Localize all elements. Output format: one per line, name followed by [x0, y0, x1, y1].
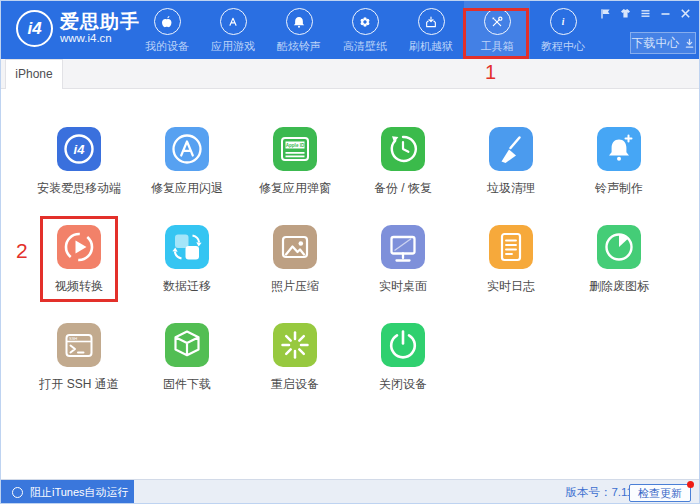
- tool-label: 修复应用弹窗: [259, 180, 331, 197]
- svg-text:i4: i4: [74, 142, 86, 157]
- nav-label: 高清壁纸: [332, 39, 398, 54]
- tool-junk-clean[interactable]: 垃圾清理: [457, 127, 565, 225]
- tool-backup-restore[interactable]: 备份 / 恢复: [349, 127, 457, 225]
- main-nav: 我的设备 应用游戏 酷炫铃声 高清壁纸: [134, 1, 596, 59]
- tab-iphone[interactable]: iPhone: [5, 59, 63, 89]
- tool-label: 关闭设备: [379, 376, 427, 393]
- tool-shutdown-device[interactable]: 关闭设备: [349, 323, 457, 421]
- apple-icon: [154, 8, 181, 35]
- video-play-icon: [57, 225, 101, 269]
- tab-bar: iPhone: [1, 59, 699, 89]
- tool-label: 备份 / 恢复: [374, 180, 432, 197]
- app-title: 爱思助手: [60, 12, 140, 32]
- tool-install-i4-mobile[interactable]: i4 安装爱思移动端: [25, 127, 133, 225]
- tool-ringtone-maker[interactable]: 铃声制作: [565, 127, 673, 225]
- update-notification-dot: [687, 481, 694, 488]
- nav-item-my-devices[interactable]: 我的设备: [134, 1, 200, 59]
- photo-icon: [273, 225, 317, 269]
- tool-label: 删除废图标: [589, 278, 649, 295]
- nav-item-apps-games[interactable]: 应用游戏: [200, 1, 266, 59]
- close-icon[interactable]: [680, 8, 691, 19]
- tool-fix-app-popup[interactable]: Apple ID 修复应用弹窗: [241, 127, 349, 225]
- nav-item-wallpapers[interactable]: 高清壁纸: [332, 1, 398, 59]
- app-url: www.i4.cn: [60, 32, 140, 45]
- tool-label: 修复应用闪退: [151, 180, 223, 197]
- appstore-repair-icon: [165, 127, 209, 171]
- tool-label: 视频转换: [55, 278, 103, 295]
- nav-label: 我的设备: [134, 39, 200, 54]
- bell-plus-icon: [597, 127, 641, 171]
- tool-photo-compress[interactable]: 照片压缩: [241, 225, 349, 323]
- download-center-label: 下载中心: [632, 35, 680, 52]
- feedback-flag-icon[interactable]: [600, 8, 611, 19]
- radio-circle-icon: [12, 487, 23, 498]
- download-icon: [684, 38, 695, 49]
- apple-id-card-icon: Apple ID: [273, 127, 317, 171]
- block-itunes-button[interactable]: 阻止iTunes自动运行: [1, 480, 134, 504]
- version-label: 版本号：7.11: [565, 480, 633, 504]
- tool-delete-waste-icons[interactable]: 删除废图标: [565, 225, 673, 323]
- ssh-terminal-icon: SSH: [57, 323, 101, 367]
- nav-item-tutorials[interactable]: i 教程中心: [530, 1, 596, 59]
- tool-label: 安装爱思移动端: [37, 180, 121, 197]
- monitor-icon: [381, 225, 425, 269]
- tool-label: 数据迁移: [163, 278, 211, 295]
- header-bar: i4 爱思助手 www.i4.cn 我的设备 应用游戏: [1, 1, 699, 59]
- toolbox-icon: [484, 8, 511, 35]
- data-transfer-icon: [165, 225, 209, 269]
- logo-mark: i4: [27, 19, 41, 39]
- svg-text:Apple ID: Apple ID: [286, 143, 305, 148]
- toolbox-panel: i4 安装爱思移动端 修复应用闪退 Apple ID 修复应用弹窗: [1, 89, 699, 479]
- block-itunes-label: 阻止iTunes自动运行: [30, 485, 129, 500]
- nav-label: 酷炫铃声: [266, 39, 332, 54]
- tool-label: 照片压缩: [271, 278, 319, 295]
- restart-spinner-icon: [273, 323, 317, 367]
- broom-icon: [489, 127, 533, 171]
- download-center-button[interactable]: 下载中心: [630, 32, 696, 54]
- tool-live-desktop[interactable]: 实时桌面: [349, 225, 457, 323]
- nav-label: 工具箱: [464, 39, 530, 54]
- wallpaper-flower-icon: [352, 8, 379, 35]
- tool-label: 垃圾清理: [487, 180, 535, 197]
- power-off-icon: [381, 323, 425, 367]
- check-update-button[interactable]: 检查更新: [629, 484, 691, 502]
- window-controls: [600, 7, 691, 19]
- nav-label: 教程中心: [530, 39, 596, 54]
- firmware-cube-icon: [165, 323, 209, 367]
- ringtone-bell-icon: [286, 8, 313, 35]
- backup-restore-icon: [381, 127, 425, 171]
- tool-label: 重启设备: [271, 376, 319, 393]
- tool-label: 铃声制作: [595, 180, 643, 197]
- log-document-icon: [489, 225, 533, 269]
- tool-label: 实时桌面: [379, 278, 427, 295]
- tool-firmware-download[interactable]: 固件下载: [133, 323, 241, 421]
- nav-label: 刷机越狱: [398, 39, 464, 54]
- tutorial-info-icon: i: [550, 8, 577, 35]
- nav-label: 应用游戏: [200, 39, 266, 54]
- minimize-icon[interactable]: [660, 8, 671, 19]
- tool-open-ssh[interactable]: SSH 打开 SSH 通道: [25, 323, 133, 421]
- tool-data-migration[interactable]: 数据迁移: [133, 225, 241, 323]
- tool-fix-app-crash[interactable]: 修复应用闪退: [133, 127, 241, 225]
- main-menu-icon[interactable]: [640, 8, 651, 19]
- i4tools-window: i4 爱思助手 www.i4.cn 我的设备 应用游戏: [0, 0, 700, 504]
- app-logo: i4 爱思助手 www.i4.cn: [16, 10, 140, 47]
- svg-text:SSH: SSH: [69, 336, 77, 341]
- tool-label: 打开 SSH 通道: [39, 376, 118, 393]
- pie-clean-icon: [597, 225, 641, 269]
- tool-label: 实时日志: [487, 278, 535, 295]
- tool-live-log[interactable]: 实时日志: [457, 225, 565, 323]
- theme-shirt-icon[interactable]: [620, 8, 631, 19]
- tool-video-convert[interactable]: 视频转换: [25, 225, 133, 323]
- i4-mobile-icon: i4: [57, 127, 101, 171]
- tool-restart-device[interactable]: 重启设备: [241, 323, 349, 421]
- nav-item-ringtones[interactable]: 酷炫铃声: [266, 1, 332, 59]
- status-bar: 阻止iTunes自动运行 版本号：7.11 检查更新: [1, 479, 699, 504]
- jailbreak-icon: [418, 8, 445, 35]
- svg-text:i: i: [562, 17, 565, 27]
- appstore-icon: [220, 8, 247, 35]
- nav-item-toolbox[interactable]: 工具箱: [464, 1, 530, 59]
- i4-logo-icon: i4: [16, 10, 53, 47]
- tool-grid: i4 安装爱思移动端 修复应用闪退 Apple ID 修复应用弹窗: [25, 127, 673, 421]
- nav-item-flash-jailbreak[interactable]: 刷机越狱: [398, 1, 464, 59]
